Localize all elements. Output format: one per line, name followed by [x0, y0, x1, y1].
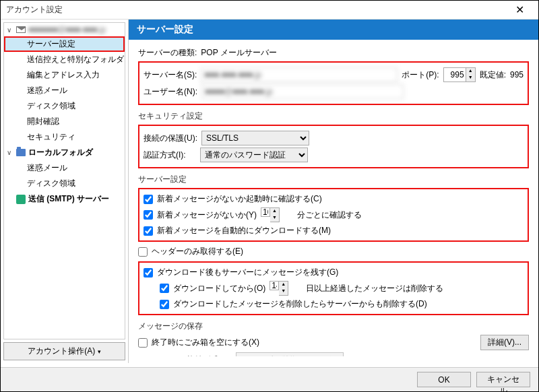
sidebar-item-composition[interactable]: 編集とアドレス入力: [4, 67, 125, 83]
sidebar-item-local-disk[interactable]: ディスク領域: [4, 176, 125, 191]
leave-on-server[interactable]: ダウンロード後もサーバーにメッセージを残す(G): [144, 265, 524, 280]
tree-smtp[interactable]: 送信 (SMTP) サーバー: [4, 191, 125, 207]
empty-trash-on-exit[interactable]: 終了時にごみ箱を空にする(X): [138, 335, 259, 350]
spin-down-icon[interactable]: ▼: [270, 215, 279, 222]
server-name-input[interactable]: [201, 67, 398, 82]
storage-format-select: フォルダー単位 (mbox 形式): [236, 352, 344, 356]
account-ops-label: アカウント操作(A): [28, 346, 95, 356]
storage-title: メッセージの保存: [138, 321, 529, 332]
account-name: ■■■■■■@■■■.■■■.jp: [28, 25, 106, 34]
username-input[interactable]: [201, 84, 404, 99]
sidebar-item-junk[interactable]: 迷惑メール: [4, 83, 125, 98]
server-type-value: POP メールサーバー: [201, 47, 276, 59]
default-port-value: 995: [510, 70, 524, 79]
sidebar-item-local-junk[interactable]: 迷惑メール: [4, 160, 125, 176]
advanced-button[interactable]: 詳細(V)...: [480, 335, 529, 350]
check-startup-label: 新着メッセージがないか起動時に確認する(C): [157, 193, 322, 205]
chevron-down-icon: ▾: [98, 348, 101, 355]
delete-after-post: 日以上経過したメッセージは削除する: [306, 283, 443, 294]
days-spinner[interactable]: ▲▼: [270, 281, 302, 296]
leave-on-server-group: ダウンロード後もサーバーにメッセージを残す(G) ダウンロードしてから(O) ▲…: [138, 261, 529, 315]
check-interval[interactable]: 新着メッセージがないか(Y) ▲▼ 分ごとに確認する: [144, 206, 524, 224]
connection-security-label: 接続の保護(U):: [144, 133, 197, 144]
window-title: アカウント設定: [6, 4, 506, 15]
tree-local-folders[interactable]: ローカルフォルダ: [4, 145, 125, 160]
page-header: サーバー設定: [129, 20, 538, 40]
delete-after-days[interactable]: ダウンロードしてから(O) ▲▼ 日以上経過したメッセージは削除する: [144, 280, 524, 297]
local-folders-label: ローカルフォルダ: [28, 147, 93, 158]
check-interval-pre: 新着メッセージがないか(Y): [157, 209, 257, 221]
server-settings-title: サーバー設定: [138, 174, 529, 185]
folder-icon: [16, 149, 26, 156]
sidebar-item-receipts[interactable]: 開封確認: [4, 114, 125, 129]
auth-method-select[interactable]: 通常のパスワード認証: [200, 148, 308, 162]
sidebar-item-copies[interactable]: 送信控えと特別なフォルダー: [4, 52, 125, 67]
security-group: 接続の保護(U): SSL/TLS 認証方式(I): 通常のパスワード認証: [138, 125, 529, 168]
username-label: ユーザー名(N):: [144, 86, 197, 98]
dialog-footer: OK キャンセル: [1, 367, 538, 391]
account-operations-button[interactable]: アカウント操作(A) ▾: [3, 342, 125, 360]
tree-account-root[interactable]: ■■■■■■@■■■.■■■.jp: [4, 23, 125, 36]
leave-on-server-label: ダウンロード後もサーバーにメッセージを残す(G): [157, 267, 338, 278]
delete-after-pre: ダウンロードしてから(O): [173, 283, 265, 294]
port-spinner[interactable]: ▲▼: [443, 67, 476, 82]
delete-sync-label: ダウンロードしたメッセージを削除したらサーバーからも削除する(D): [173, 298, 427, 310]
smtp-label: 送信 (SMTP) サーバー: [28, 193, 109, 205]
spin-up-icon[interactable]: ▲: [270, 208, 279, 215]
account-sidebar: ■■■■■■@■■■.■■■.jp サーバー設定 送信控えと特別なフォルダー 編…: [1, 20, 129, 363]
check-on-startup[interactable]: 新着メッセージがないか起動時に確認する(C): [144, 192, 524, 206]
connection-security-select[interactable]: SSL/TLS: [201, 131, 309, 145]
auto-download-label: 新着メッセージを自動的にダウンロードする(M): [157, 225, 331, 236]
server-type-label: サーバーの種類:: [138, 47, 197, 59]
spin-down-icon[interactable]: ▼: [279, 288, 288, 295]
port-input[interactable]: [443, 67, 466, 82]
auto-download[interactable]: 新着メッセージを自動的にダウンロードする(M): [144, 224, 524, 238]
spin-up-icon[interactable]: ▲: [279, 282, 288, 288]
empty-trash-label: 終了時にごみ箱を空にする(X): [152, 337, 259, 348]
interval-spinner[interactable]: ▲▼: [261, 207, 293, 222]
default-port-label: 既定値:: [480, 69, 506, 81]
sidebar-item-server-settings[interactable]: サーバー設定: [4, 36, 125, 52]
auth-method-label: 認証方式(I):: [144, 150, 196, 161]
cancel-button[interactable]: キャンセル: [476, 372, 530, 387]
send-icon: [16, 195, 26, 204]
sidebar-item-security[interactable]: セキュリティ: [4, 129, 125, 145]
security-section-title: セキュリティ設定: [138, 110, 529, 122]
server-fields-group: サーバー名(S): ポート(P): ▲▼ 既定値: 995 ユーザー名(N):: [138, 61, 529, 105]
spin-down-icon[interactable]: ▼: [466, 75, 475, 81]
interval-input[interactable]: [261, 207, 270, 217]
server-name-label: サーバー名(S):: [144, 69, 197, 81]
spin-up-icon[interactable]: ▲: [466, 68, 475, 75]
mail-icon: [16, 26, 26, 33]
header-only[interactable]: ヘッダーのみ取得する(E): [138, 244, 529, 259]
delete-sync[interactable]: ダウンロードしたメッセージを削除したらサーバーからも削除する(D): [144, 297, 524, 311]
check-settings-group: 新着メッセージがないか起動時に確認する(C) 新着メッセージがないか(Y) ▲▼…: [138, 188, 529, 242]
storage-format-label: メッセージの格納形式(T):: [138, 354, 232, 357]
ok-button[interactable]: OK: [417, 372, 471, 387]
check-interval-post: 分ごとに確認する: [297, 209, 362, 221]
port-label: ポート(P):: [402, 69, 439, 81]
close-button[interactable]: ✕: [506, 1, 533, 20]
days-input[interactable]: [270, 281, 279, 290]
sidebar-item-disk[interactable]: ディスク領域: [4, 98, 125, 114]
header-only-label: ヘッダーのみ取得する(E): [152, 246, 243, 257]
